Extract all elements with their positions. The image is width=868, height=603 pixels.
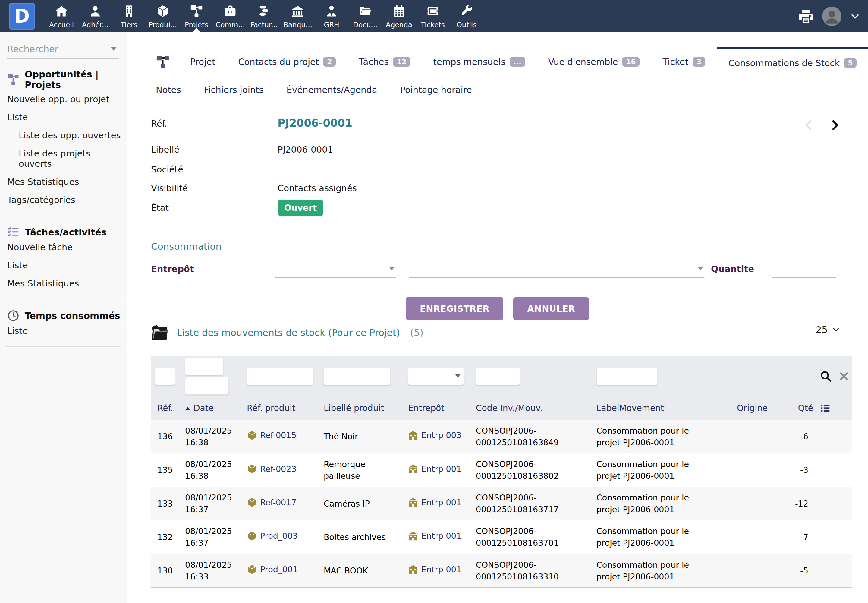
warehouse-link[interactable]: Entrp 001 xyxy=(408,496,462,508)
menu-item-accueil[interactable]: Accueil xyxy=(45,0,78,32)
sidebar-item[interactable]: Liste xyxy=(0,256,127,274)
sidebar-item[interactable]: Liste des projets ouverts xyxy=(0,144,127,173)
filter-movement-label-input[interactable] xyxy=(596,368,657,385)
sidebar-item[interactable]: Nouvelle opp. ou projet xyxy=(0,90,127,108)
tab-temps-mensuels[interactable]: temps mensuels... xyxy=(422,47,537,77)
caret-down-icon xyxy=(389,267,394,271)
sidebar-item[interactable]: Nouvelle tâche xyxy=(0,238,127,256)
filter-month-input[interactable] xyxy=(185,358,224,376)
sidebar-item[interactable]: Liste des opp. ouvertes xyxy=(0,126,127,144)
filter-warehouse-select[interactable] xyxy=(408,368,464,385)
menu-item-tiers[interactable]: Tiers xyxy=(112,0,146,32)
menu-item-label: Adhér... xyxy=(82,21,108,29)
column-header-qt-[interactable]: Qté xyxy=(770,397,815,420)
cell-date: 08/01/2025 16:33 xyxy=(181,554,242,588)
column-header-date[interactable]: Date xyxy=(181,397,242,420)
cell-product-ref: Prod_003 xyxy=(242,520,320,554)
tab-ticket[interactable]: Ticket3 xyxy=(651,47,717,77)
list-view-icon[interactable] xyxy=(820,403,849,414)
table-row: 13508/01/2025 16:38Ref-0023Remorque pail… xyxy=(151,453,852,487)
movements-list-header: Liste des mouvements de stock (Pour ce P… xyxy=(151,324,851,345)
cancel-button[interactable]: ANNULER xyxy=(513,297,589,320)
menu-item-label: Accueil xyxy=(49,21,74,29)
warehouse-link[interactable]: Entrp 001 xyxy=(408,530,462,542)
cell-inventory-code: CONSOPJ2006-0001250108163310 xyxy=(472,554,592,588)
product-link[interactable]: Ref-0017 xyxy=(247,496,297,508)
cube-icon xyxy=(156,4,169,18)
column-header-labelmovement[interactable]: LabelMovement xyxy=(592,397,722,420)
column-header-entrep-t[interactable]: Entrepôt xyxy=(404,397,472,420)
column-header-libell-produit[interactable]: Libellé produit xyxy=(320,397,404,420)
menu-item-produi[interactable]: Produi... xyxy=(146,0,180,32)
tab-vue-d-ensemble[interactable]: Vue d'ensemble16 xyxy=(537,47,651,77)
product-link[interactable]: Prod_001 xyxy=(247,563,298,575)
column-header-code-inv-mouv-[interactable]: Code Inv./Mouv. xyxy=(472,397,592,420)
menu-item-comm[interactable]: Comm... xyxy=(213,0,247,32)
menu-item-agenda[interactable]: Agenda xyxy=(382,0,416,32)
tab-t-ches[interactable]: Tâches12 xyxy=(347,47,422,77)
tab-consommations-de-stock[interactable]: Consommations de Stock5 xyxy=(717,47,868,77)
warehouse-link[interactable]: Entrp 001 xyxy=(408,563,462,575)
menu-item-grh[interactable]: GRH xyxy=(315,0,348,32)
filter-ref-input[interactable] xyxy=(155,368,175,385)
sidebar-item[interactable]: Liste xyxy=(0,322,127,340)
sidebar-section: Temps consommésListe xyxy=(0,299,127,347)
tab-pointage-horaire[interactable]: Pointage horaire xyxy=(400,80,483,99)
print-icon[interactable] xyxy=(798,8,814,24)
menu-item-adhr[interactable]: Adhér... xyxy=(78,0,112,32)
warehouse-icon xyxy=(408,564,419,575)
menu-item-label: Outils xyxy=(457,21,477,29)
warehouse-link[interactable]: Entrp 003 xyxy=(408,429,462,441)
chevron-down-icon[interactable] xyxy=(850,11,860,22)
tab-label: Projet xyxy=(190,57,215,67)
record-field: LibelléPJ2006-0001 xyxy=(151,144,333,155)
product-cube-icon xyxy=(247,531,257,541)
sidebar-item[interactable]: Mes Statistiques xyxy=(0,173,127,191)
tab--v-nements-agenda[interactable]: Événements/Agenda xyxy=(287,80,389,99)
search-dropdown-caret-icon[interactable] xyxy=(110,47,117,51)
search-input[interactable] xyxy=(7,44,119,54)
app-logo[interactable]: D xyxy=(9,3,35,29)
tab-contacts-du-projet[interactable]: Contacts du projet2 xyxy=(227,47,347,77)
cell-movement-label: Consommation pour le projet PJ2006-0001 xyxy=(592,487,722,520)
warehouse-link[interactable]: Entrp 001 xyxy=(408,463,462,475)
record-field-label: Société xyxy=(151,164,278,175)
ticket-icon xyxy=(426,4,439,18)
sidebar-item[interactable]: Liste xyxy=(0,108,127,126)
record-ref-link[interactable]: PJ2006-0001 xyxy=(278,117,352,129)
record-field-value: PJ2006-0001 xyxy=(278,144,333,155)
column-header-r-f-produit[interactable]: Réf. produit xyxy=(242,397,320,420)
chevron-right-icon[interactable] xyxy=(829,119,841,131)
menu-item-banqu[interactable]: Banqu... xyxy=(281,0,315,32)
menu-item-factur[interactable]: Factur... xyxy=(247,0,281,32)
tab-projet[interactable]: Projet xyxy=(179,47,227,77)
filter-code-input[interactable] xyxy=(476,368,520,385)
filter-year-input[interactable] xyxy=(185,377,229,395)
filter-product-label-input[interactable] xyxy=(324,368,391,385)
column-header-r-f-[interactable]: Réf. xyxy=(151,397,181,420)
menu-item-outils[interactable]: Outils xyxy=(449,0,483,32)
user-avatar[interactable] xyxy=(822,7,842,26)
sidebar-item[interactable]: Tags/catégories xyxy=(0,191,127,209)
search-icon[interactable] xyxy=(820,370,832,382)
clear-filter-icon[interactable] xyxy=(838,370,850,382)
tab-notes[interactable]: Notes xyxy=(156,80,193,99)
menu-item-docu[interactable]: Docu... xyxy=(348,0,382,32)
product-select[interactable] xyxy=(409,262,704,278)
movements-list-title[interactable]: Liste des mouvements de stock (Pour ce P… xyxy=(177,327,400,338)
tab-fichiers-joints[interactable]: Fichiers joints xyxy=(204,80,275,99)
warehouse-select[interactable] xyxy=(275,262,396,278)
menu-item-tickets[interactable]: Tickets xyxy=(416,0,449,32)
product-link[interactable]: Ref-0015 xyxy=(247,429,297,441)
save-button[interactable]: ENREGISTRER xyxy=(406,297,504,320)
page-size-select[interactable]: 25 xyxy=(814,324,843,340)
product-link[interactable]: Ref-0023 xyxy=(247,463,297,475)
warehouse-label: Entrepôt xyxy=(151,264,194,274)
filter-product-ref-input[interactable] xyxy=(247,368,314,385)
menu-item-projets[interactable]: Projets xyxy=(180,0,213,32)
column-header-origine[interactable]: Origine xyxy=(722,397,770,420)
sidebar-item[interactable]: Mes Statistiques xyxy=(0,274,127,292)
quantity-input[interactable] xyxy=(772,262,836,278)
consumption-form: Entrepôt Quantite xyxy=(151,262,851,280)
product-link[interactable]: Prod_003 xyxy=(247,530,298,542)
